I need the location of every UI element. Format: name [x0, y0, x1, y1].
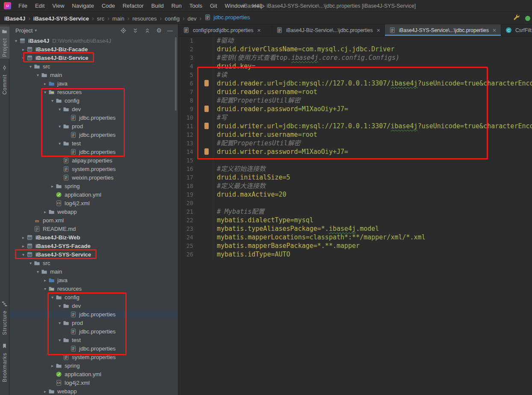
code-line[interactable]: 13#配置PropertiesUtil解密: [179, 139, 532, 147]
gutter-change-mark-icon[interactable]: [204, 148, 209, 155]
code-line[interactable]: 9druid.reader.password=M1XaoOiy+J7=: [179, 105, 532, 113]
menu-view[interactable]: View: [48, 3, 68, 9]
code-line[interactable]: 23mybatis.typeAliasesPackage=*.ibase4j.m…: [179, 224, 532, 233]
breadcrumb-item-src[interactable]: src: [97, 15, 104, 22]
chevron-down-icon[interactable]: ▾: [35, 28, 37, 32]
tree-row[interactable]: jdbc.properties: [9, 310, 178, 318]
menu-code[interactable]: Code: [98, 3, 119, 9]
tree-row[interactable]: alipay.properties: [9, 156, 178, 165]
chevron-down-icon[interactable]: ▾: [49, 295, 56, 300]
stripe-button-bookmarks[interactable]: Bookmarks: [0, 341, 9, 384]
collapse-all-icon[interactable]: [144, 27, 151, 34]
tree-row[interactable]: ▸java: [9, 276, 178, 284]
tree-row[interactable]: ▾dev: [9, 301, 178, 310]
gutter-change-mark-icon[interactable]: [204, 80, 209, 86]
code-line[interactable]: 15: [179, 156, 532, 165]
chevron-down-icon[interactable]: ▾: [42, 90, 48, 94]
chevron-right-icon[interactable]: ▸: [20, 235, 27, 240]
menu-build[interactable]: Build: [148, 3, 168, 9]
chevron-right-icon[interactable]: ▸: [42, 209, 48, 214]
tree-row[interactable]: ▾resources: [9, 284, 178, 293]
code-line[interactable]: 16#定义初始连接数: [179, 165, 532, 173]
gutter-change-mark-icon[interactable]: [204, 106, 209, 112]
editor-tab[interactable]: config\prod\jdbc.properties×: [179, 24, 272, 36]
stripe-button-commit[interactable]: Commit: [0, 63, 9, 96]
editor-tab[interactable]: CCsrfFilt: [501, 24, 532, 36]
tree-row[interactable]: weixin.properties: [9, 173, 178, 182]
chevron-down-icon[interactable]: ▾: [42, 286, 48, 291]
chevron-down-icon[interactable]: ▾: [56, 321, 63, 325]
breadcrumb-item-dev[interactable]: dev: [188, 15, 197, 22]
code-line[interactable]: 12druid.writer.username=root: [179, 130, 532, 139]
tree-row[interactable]: ▾iBase4J-Biz-Service: [9, 53, 178, 62]
tree-row[interactable]: ▾prod: [9, 122, 178, 130]
settings-icon[interactable]: ⚙: [156, 27, 162, 34]
tree-row[interactable]: application.yml: [9, 370, 178, 378]
chevron-down-icon[interactable]: ▾: [56, 338, 63, 342]
inspection-status-icon[interactable]: [525, 16, 530, 21]
tree-row[interactable]: jdbc.properties: [9, 344, 178, 353]
code-line[interactable]: 5#读: [179, 71, 532, 79]
tree-row[interactable]: ▾main: [9, 71, 178, 79]
tree-row[interactable]: ▾main: [9, 267, 178, 276]
code-line[interactable]: 11druid.writer.url=jdbc:mysql://127.0.0.…: [179, 122, 532, 130]
tree-row[interactable]: ▸webapp: [9, 207, 178, 216]
code-line[interactable]: 22mybatis.dialectType=mysql: [179, 216, 532, 224]
menu-refactor[interactable]: Refactor: [119, 3, 148, 9]
code-line[interactable]: 21# Mybatis配置: [179, 207, 532, 216]
tree-row[interactable]: ▸spring: [9, 361, 178, 370]
chevron-right-icon[interactable]: ▸: [49, 184, 56, 189]
wrench-icon[interactable]: [513, 14, 520, 23]
close-icon[interactable]: ×: [377, 27, 380, 34]
tree-row[interactable]: mpom.xml: [9, 216, 178, 224]
chevron-down-icon[interactable]: ▾: [27, 261, 34, 265]
tree-row[interactable]: ▾test: [9, 336, 178, 344]
tree-row[interactable]: jdbc.properties: [9, 327, 178, 336]
tree-row[interactable]: ▸webapp: [9, 387, 178, 395]
chevron-down-icon[interactable]: ▾: [56, 107, 63, 112]
stripe-button-structure[interactable]: Structure: [0, 299, 9, 337]
chevron-right-icon[interactable]: ▸: [42, 278, 48, 283]
chevron-down-icon[interactable]: ▾: [49, 98, 56, 103]
chevron-down-icon[interactable]: ▾: [27, 64, 34, 69]
chevron-down-icon[interactable]: ▾: [35, 269, 41, 274]
tree-row[interactable]: jdbc.properties: [9, 130, 178, 139]
chevron-down-icon[interactable]: ▾: [35, 73, 41, 77]
breadcrumb-item-ibase4j-sys-service[interactable]: iBase4J-SYS-Service: [33, 15, 89, 22]
breadcrumb-item-config[interactable]: config: [165, 15, 180, 22]
chevron-down-icon[interactable]: ▾: [20, 56, 27, 60]
tree-row[interactable]: ▾iBase4J-SYS-Service: [9, 250, 178, 259]
breadcrumb-item-main[interactable]: main: [112, 15, 124, 22]
tree-row[interactable]: ▾dev: [9, 105, 178, 113]
editor-tab[interactable]: iBase4J-SYS-Service\...\jdbc.properties×: [385, 24, 501, 36]
menu-file[interactable]: File: [15, 3, 31, 9]
code-line[interactable]: 26mybatis.idType=AUTO: [179, 250, 532, 259]
menu-tools[interactable]: Tools: [186, 3, 206, 9]
editor-tab[interactable]: iBase4J-Biz-Service\...\jdbc.properties×: [272, 24, 385, 36]
menu-run[interactable]: Run: [168, 3, 186, 9]
code-line[interactable]: 18#定义最大连接数: [179, 182, 532, 190]
code-line[interactable]: 14druid.writer.password=M1XaoOiy+J7=: [179, 147, 532, 156]
project-panel-title[interactable]: Project: [15, 27, 33, 34]
code-line[interactable]: 4druid.key=: [179, 62, 532, 71]
breadcrumb-item-ibase4j[interactable]: iBase4J: [4, 15, 25, 22]
tree-row[interactable]: ▾src: [9, 259, 178, 267]
tree-row[interactable]: ▾iBase4JD:\Work\withub\iBase4J: [9, 36, 178, 45]
locate-icon[interactable]: [120, 27, 127, 34]
tree-row[interactable]: ▸iBase4J-Biz-Web: [9, 233, 178, 242]
breadcrumb-item-resources[interactable]: resources: [132, 15, 157, 22]
close-icon[interactable]: ×: [493, 27, 496, 34]
menu-navigate[interactable]: Navigate: [68, 3, 98, 9]
chevron-down-icon[interactable]: ▾: [56, 141, 63, 146]
tree-row[interactable]: jdbc.properties: [9, 113, 178, 122]
code-line[interactable]: 17druid.initialSize=5: [179, 173, 532, 182]
chevron-right-icon[interactable]: ▸: [49, 363, 56, 368]
expand-all-icon[interactable]: [132, 27, 139, 34]
tree-row[interactable]: ▾prod: [9, 318, 178, 327]
menu-git[interactable]: Git: [206, 3, 221, 9]
tree-row[interactable]: ▸iBase4J-SYS-Facade: [9, 242, 178, 250]
tree-row[interactable]: README.md: [9, 224, 178, 233]
tree-row[interactable]: ▾config: [9, 96, 178, 105]
chevron-down-icon[interactable]: ▾: [56, 304, 63, 308]
stripe-button-project[interactable]: Project: [0, 27, 9, 59]
